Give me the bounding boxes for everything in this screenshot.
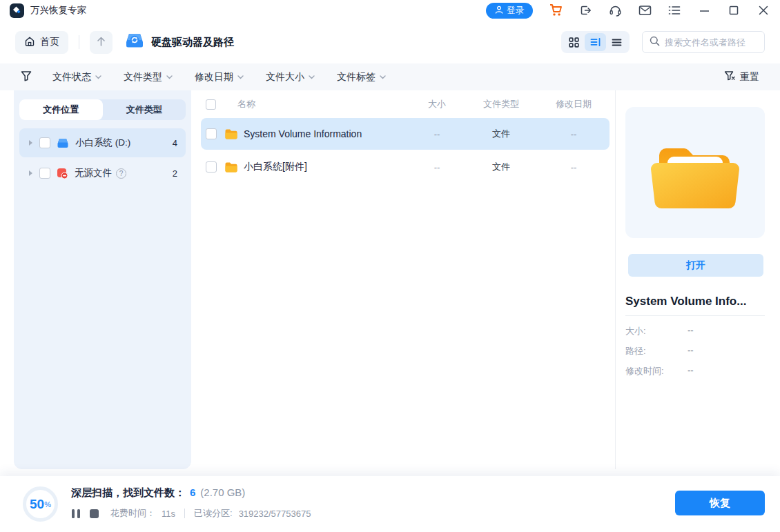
- drive-sync-icon: [124, 32, 145, 52]
- filter-file-type[interactable]: 文件类型: [124, 71, 173, 83]
- status-bar: 50% 深层扫描，找到文件数： 6 (2.70 GB) 花费时间： 11s 已读…: [0, 476, 780, 532]
- preview-field-path: 路径: --: [625, 345, 765, 357]
- partitions-read-value: 319232/57753675: [239, 509, 311, 519]
- progress-percent: 50: [30, 497, 44, 512]
- file-date: --: [571, 162, 577, 173]
- app-title: 万兴恢复专家: [30, 4, 86, 17]
- folder-icon: [224, 128, 238, 140]
- recover-button[interactable]: 恢复: [675, 491, 765, 515]
- sourceless-files-icon: [57, 168, 68, 179]
- arrow-up-icon: [96, 36, 106, 49]
- list-view-button[interactable]: [606, 33, 627, 51]
- chevron-down-icon: [309, 75, 315, 79]
- scan-controls: 花费时间： 11s 已读分区: 319232/57753675: [71, 507, 311, 520]
- home-button[interactable]: 首页: [15, 31, 68, 54]
- tab-file-type[interactable]: 文件类型: [103, 99, 186, 120]
- column-header-size: 大小: [428, 98, 446, 110]
- column-header-type: 文件类型: [483, 98, 519, 110]
- help-icon[interactable]: ?: [116, 168, 126, 179]
- search-icon: [650, 36, 660, 49]
- funnel-icon: [21, 70, 32, 84]
- found-count: 6: [190, 486, 195, 498]
- table-header: 名称 大小 文件类型 修改日期: [201, 94, 610, 115]
- app-logo-icon: [10, 3, 24, 18]
- tab-file-location[interactable]: 文件位置: [19, 99, 103, 120]
- column-header-name: 名称: [237, 98, 255, 110]
- home-icon: [24, 36, 35, 49]
- file-name: System Volume Information: [244, 128, 362, 139]
- preview-field-size: 大小: --: [625, 325, 765, 337]
- checkbox[interactable]: [39, 168, 50, 179]
- chevron-down-icon: [380, 75, 386, 79]
- navigate-up-button[interactable]: [90, 31, 113, 54]
- preview-field-modified: 修改时间: --: [625, 365, 765, 377]
- sidebar-tabs: 文件位置 文件类型: [19, 99, 186, 120]
- tree-item-count: 4: [173, 138, 177, 148]
- pause-button[interactable]: [71, 509, 81, 519]
- filter-file-size[interactable]: 文件大小: [266, 71, 315, 83]
- sidebar: 文件位置 文件类型 小白系统 (D:) 4 无源文件 ? 2: [14, 90, 191, 469]
- detail-view-button[interactable]: [585, 33, 606, 51]
- stat-separator: [184, 509, 185, 518]
- funnel-clear-icon: [724, 70, 736, 83]
- preview-thumbnail: [625, 107, 765, 238]
- tree-item-label: 无源文件: [75, 167, 112, 179]
- toolbar-divider: [79, 35, 79, 49]
- tree-item-drive-d[interactable]: 小白系统 (D:) 4: [19, 128, 186, 157]
- filter-file-status[interactable]: 文件状态: [52, 71, 101, 83]
- row-checkbox[interactable]: [206, 161, 217, 173]
- support-headset-icon[interactable]: [608, 3, 622, 17]
- preview-panel: 打开 System Volume Info... 大小: -- 路径: -- 修…: [625, 90, 766, 469]
- filter-bar: 文件状态 文件类型 修改日期 文件大小 文件标签 重置: [0, 63, 780, 90]
- toolbar: 首页 硬盘驱动器及路径: [0, 21, 780, 63]
- tree-item-count: 2: [173, 168, 177, 179]
- column-header-date: 修改日期: [556, 98, 592, 110]
- found-size: (2.70 GB): [200, 486, 245, 498]
- cart-icon[interactable]: [549, 3, 563, 17]
- file-type: 文件: [492, 161, 510, 173]
- preview-divider: [625, 315, 765, 316]
- tree-item-label: 小白系统 (D:): [75, 137, 130, 149]
- user-icon: [495, 6, 503, 16]
- file-table: 名称 大小 文件类型 修改日期 System Volume Informatio…: [201, 90, 610, 469]
- stop-button[interactable]: [90, 509, 99, 518]
- drive-icon: [57, 138, 69, 148]
- file-size: --: [434, 129, 440, 139]
- expand-caret-icon[interactable]: [29, 140, 32, 146]
- menu-list-icon[interactable]: [667, 3, 681, 17]
- file-type: 文件: [492, 128, 510, 140]
- minimize-button[interactable]: [697, 3, 711, 17]
- maximize-button[interactable]: [727, 3, 741, 17]
- export-icon[interactable]: [578, 3, 592, 17]
- checkbox[interactable]: [39, 137, 50, 148]
- file-name: 小白系统[附件]: [244, 161, 307, 173]
- file-date: --: [571, 129, 577, 139]
- progress-ring: 50%: [23, 486, 58, 522]
- search-input[interactable]: [665, 37, 754, 48]
- select-all-checkbox[interactable]: [206, 99, 216, 110]
- filter-modified-date[interactable]: 修改日期: [195, 71, 244, 83]
- open-button[interactable]: 打开: [628, 254, 763, 277]
- big-folder-icon: [641, 126, 749, 219]
- reset-filters-button[interactable]: 重置: [724, 70, 759, 83]
- filter-file-tag[interactable]: 文件标签: [337, 71, 386, 83]
- mail-icon[interactable]: [638, 3, 652, 17]
- page-title: 硬盘驱动器及路径: [151, 36, 234, 49]
- panel-divider: [615, 90, 616, 469]
- chevron-down-icon: [166, 75, 173, 79]
- scan-status: 深层扫描，找到文件数： 6 (2.70 GB): [71, 486, 245, 500]
- close-button[interactable]: [757, 3, 770, 17]
- login-button[interactable]: 登录: [486, 3, 533, 19]
- folder-icon: [224, 161, 238, 173]
- expand-caret-icon[interactable]: [29, 170, 32, 176]
- table-row[interactable]: System Volume Information -- 文件 --: [201, 118, 610, 150]
- preview-file-title: System Volume Info...: [625, 295, 746, 308]
- table-row[interactable]: 小白系统[附件] -- 文件 --: [201, 151, 610, 183]
- title-bar: 万兴恢复专家 登录: [0, 0, 780, 21]
- view-switcher: [561, 31, 630, 53]
- grid-view-button[interactable]: [563, 33, 585, 51]
- tree-item-sourceless-files[interactable]: 无源文件 ? 2: [19, 160, 186, 186]
- row-checkbox[interactable]: [206, 128, 217, 139]
- search-box: [642, 31, 765, 53]
- elapsed-time-value: 11s: [162, 509, 175, 519]
